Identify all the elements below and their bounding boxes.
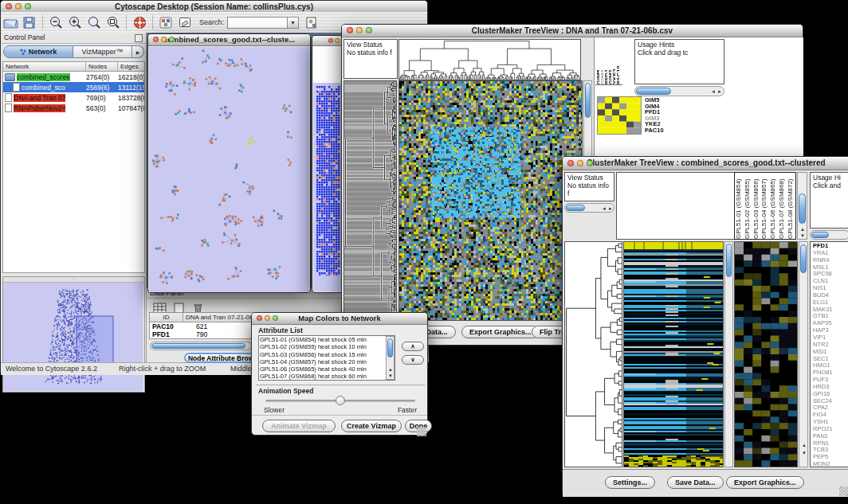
move-up-button[interactable]: ∧ — [402, 342, 424, 351]
tv2-gene-list[interactable]: PFD1YRA1RNR4MSL1SPC98CLN1NIS1BUD4ELG1MAK… — [810, 241, 848, 467]
tv1-button[interactable]: Export Graphics... — [461, 326, 540, 338]
tv2-detail-heatmap[interactable] — [734, 241, 798, 467]
window-controls[interactable] — [6, 3, 31, 10]
tv2-column-label[interactable]: GPL51-07 (GSM868) — [778, 174, 787, 239]
network-table-header[interactable]: Network Nodes Edges — [3, 62, 144, 72]
zoom-icon[interactable] — [273, 315, 278, 321]
attribute-item[interactable]: GPL51-04 (GSM857) heat shock 20 min — [260, 358, 394, 365]
attr-table-id-header[interactable]: ID — [150, 313, 183, 322]
network-window2-controls[interactable] — [328, 38, 340, 43]
tv2-column-label[interactable]: GPL51-03 (GSM856) — [752, 174, 761, 239]
tv2-button[interactable]: Save Data... — [667, 476, 724, 489]
scroll-down-icon[interactable]: ▼ — [800, 233, 805, 238]
scroll-up-icon[interactable]: ▲ — [802, 443, 807, 447]
attribute-list-vscrollbar[interactable]: ▲ ▼ — [386, 336, 395, 380]
tv2-status-hscrollbar[interactable]: ◄ ► — [564, 203, 614, 213]
network-file-icon[interactable] — [302, 14, 321, 30]
zoom-icon[interactable] — [587, 160, 593, 166]
tv2-heatmap[interactable] — [623, 241, 724, 467]
tab-network[interactable]: Network — [3, 45, 73, 58]
zoom-icon[interactable] — [169, 37, 175, 42]
gene-list-item[interactable]: MON2 — [813, 461, 848, 467]
float-panel-icon[interactable] — [135, 34, 143, 42]
close-icon[interactable] — [153, 37, 159, 42]
network-window2-titlebar[interactable] — [312, 36, 343, 46]
create-vizmap-button[interactable]: Create Vizmap — [341, 420, 402, 432]
search-dropdown-button[interactable]: ▼ — [288, 17, 299, 29]
treeview2-window-controls[interactable] — [567, 160, 593, 166]
tv2-detail-vscrollbar[interactable]: ▲ ▼ — [799, 241, 808, 467]
network-canvas[interactable] — [149, 47, 309, 292]
tv1-heatmap[interactable] — [398, 80, 583, 321]
zoom-selected-icon[interactable] — [104, 14, 123, 30]
zoom-icon[interactable] — [25, 3, 31, 10]
network-row[interactable]: combined_sco2569(6)13112(15) — [3, 82, 144, 92]
zoom-in-icon[interactable] — [65, 14, 84, 30]
close-icon[interactable] — [328, 38, 333, 43]
scroll-down-icon[interactable]: ▼ — [802, 451, 807, 455]
scroll-right-icon[interactable]: ► — [717, 89, 722, 94]
help-lifering-icon[interactable] — [130, 14, 149, 30]
tv2-usage-hscrollbar[interactable] — [810, 230, 848, 240]
tv2-column-label[interactable]: GPL51-02 (GSM855) — [744, 174, 752, 239]
dense-network-canvas[interactable] — [316, 86, 340, 275]
tv2-button[interactable]: Export Graphics... — [726, 476, 804, 489]
attribute-item[interactable]: GPL51-07 (GSM868) heat shock 60 min — [260, 373, 394, 380]
zoom-out-icon[interactable] — [46, 14, 65, 30]
close-icon[interactable] — [567, 160, 574, 166]
tv1-column-label[interactable]: PAC10 — [615, 48, 619, 84]
zoom-icon[interactable] — [366, 27, 372, 33]
dialog-window-controls[interactable] — [257, 315, 278, 321]
treeview2-titlebar[interactable]: ClusterMaker TreeView : combined_scores_… — [563, 157, 848, 170]
panel-splitter[interactable]: ◦ — [3, 277, 144, 283]
network2-view[interactable] — [313, 83, 344, 291]
attribute-item[interactable]: GPL51-03 (GSM856) heat shock 15 min — [260, 351, 394, 358]
tv2-heatmap-vscrollbar[interactable] — [724, 241, 733, 467]
animation-speed-slider[interactable] — [265, 400, 415, 402]
tv1-usage-hscrollbar[interactable]: ◄ ► — [634, 86, 724, 96]
attribute-item[interactable]: GPL51-02 (GSM855) heat shock 10 min — [260, 343, 394, 350]
resize-grip[interactable] — [839, 486, 848, 496]
tab-overflow-button[interactable]: ▶ — [132, 45, 144, 58]
close-icon[interactable] — [257, 315, 262, 321]
minimize-icon[interactable] — [577, 160, 583, 166]
tv2-column-label[interactable]: GPL51-01 (GSM854) — [735, 174, 744, 239]
move-down-button[interactable]: ∨ — [402, 355, 424, 365]
scroll-up-icon[interactable]: ▲ — [800, 227, 805, 232]
scroll-up-icon[interactable]: ▲ — [388, 367, 393, 372]
zoom-fit-icon[interactable] — [84, 14, 104, 30]
attribute-item[interactable]: GPL51-01 (GSM854) heat shock 05 min — [260, 336, 394, 343]
network-window-titlebar[interactable]: combined_scores_good.txt--cluste... — [148, 34, 310, 46]
minimize-icon[interactable] — [356, 27, 363, 33]
tv1-row-dendrogram[interactable] — [344, 80, 397, 321]
resize-grip[interactable] — [417, 427, 426, 436]
minimize-icon[interactable] — [161, 37, 167, 42]
tv2-column-label[interactable]: GPL51-08 (GSM872) — [787, 174, 795, 239]
tv2-column-label[interactable]: GPL51-04 (GSM857) — [760, 174, 769, 239]
save-session-button[interactable] — [20, 14, 39, 30]
annotation-icon[interactable] — [175, 14, 194, 30]
minimize-icon[interactable] — [15, 3, 22, 10]
treeview1-window-controls[interactable] — [347, 27, 372, 33]
dialog-titlebar[interactable]: Map Colors to Network — [252, 313, 427, 325]
open-session-button[interactable] — [1, 14, 20, 30]
plugin-manager-icon[interactable] — [156, 14, 175, 30]
tv1-mini-heatmap[interactable] — [597, 96, 642, 135]
tv1-row-label[interactable]: PAC10 — [645, 127, 685, 134]
tv2-row-dendrogram[interactable] — [564, 241, 622, 467]
scroll-down-icon[interactable]: ▼ — [388, 373, 393, 378]
attribute-list[interactable]: GPL51-01 (GSM854) heat shock 05 minGPL51… — [258, 335, 395, 381]
close-icon[interactable] — [347, 27, 353, 33]
animate-vizmap-button[interactable]: Animate Vizmap — [262, 420, 336, 432]
scroll-left-icon[interactable]: ◄ — [602, 206, 607, 211]
data-panel-hscrollbar[interactable] — [150, 342, 252, 350]
network-row[interactable]: DNA and Tran 07769(0)183728(0) — [3, 92, 144, 103]
network-row[interactable]: RNAPuberNov2+563(0)107847(0) — [3, 103, 144, 113]
network-window-controls[interactable] — [153, 37, 175, 42]
scroll-right-icon[interactable]: ► — [608, 206, 613, 211]
network-row[interactable]: combined_scores2764(0)16218(0) — [3, 72, 144, 82]
minimize-icon[interactable] — [265, 315, 270, 321]
tv2-button[interactable]: Settings... — [605, 476, 655, 489]
scroll-left-icon[interactable]: ◄ — [711, 89, 716, 94]
tv2-collabel-vscrollbar[interactable]: ▲ ▼ — [797, 172, 807, 240]
